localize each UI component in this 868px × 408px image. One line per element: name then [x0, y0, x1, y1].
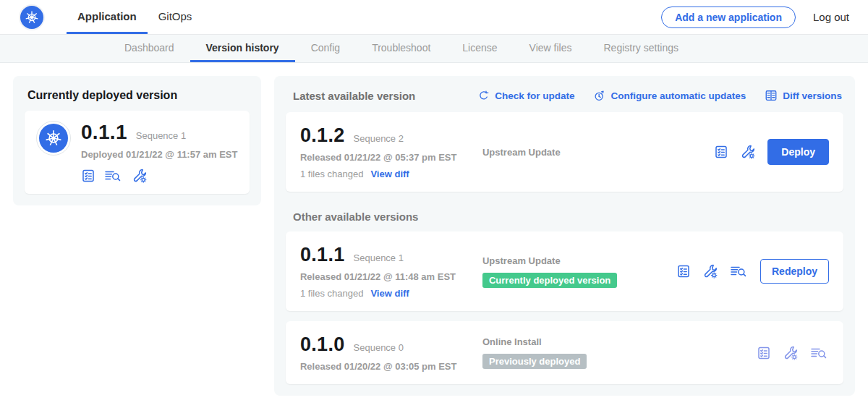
view-diff-link[interactable]: View diff	[370, 169, 409, 179]
version-number: 0.1.0	[300, 333, 345, 356]
files-changed-label: 1 files changed	[300, 169, 363, 179]
logs-icon[interactable]	[730, 264, 749, 279]
top-header: Application GitOps Add a new application…	[0, 0, 868, 35]
version-actions: Redeploy	[676, 259, 829, 284]
logs-icon[interactable]	[810, 346, 829, 360]
release-notes-icon[interactable]	[676, 264, 691, 279]
version-card-0-1-0: 0.1.0 Sequence 0 Released 01/20/22 @ 03:…	[286, 321, 843, 384]
version-info: 0.1.1 Sequence 1 Released 01/21/22 @ 11:…	[300, 244, 482, 299]
main-content: Currently deployed version	[0, 63, 868, 408]
config-icon[interactable]	[740, 144, 756, 160]
kubernetes-app-icon	[36, 121, 71, 156]
released-timestamp: Released 01/21/22 @ 05:37 pm EST	[300, 152, 482, 163]
version-card-0-1-1: 0.1.1 Sequence 1 Released 01/21/22 @ 11:…	[286, 231, 843, 311]
available-versions-panel: Latest available version Check for updat…	[274, 76, 855, 396]
kubernetes-logo-icon	[20, 6, 43, 29]
tab-application[interactable]: Application	[67, 0, 148, 34]
files-changed-label: 1 files changed	[300, 288, 363, 299]
tab-gitops[interactable]: GitOps	[148, 0, 203, 34]
deploy-button[interactable]: Deploy	[767, 139, 829, 165]
page: Application GitOps Add a new application…	[0, 0, 868, 408]
diff-icon	[765, 89, 778, 102]
deployed-timestamp: Deployed 01/21/22 @ 11:57 am EST	[81, 149, 237, 160]
available-panel-header: Latest available version Check for updat…	[293, 89, 842, 102]
check-for-update-link[interactable]: Check for update	[477, 90, 574, 102]
sequence-label: Sequence 2	[354, 133, 404, 144]
logs-icon[interactable]	[104, 169, 123, 183]
schedule-icon	[593, 90, 605, 102]
currently-deployed-panel: Currently deployed version	[13, 76, 261, 205]
subnav-tab-dashboard[interactable]: Dashboard	[109, 35, 190, 62]
config-icon[interactable]	[783, 345, 799, 361]
source-label: Online Install	[482, 336, 676, 347]
release-notes-icon[interactable]	[714, 145, 728, 159]
add-new-application-button[interactable]: Add a new application	[661, 7, 796, 28]
app-subnav: Dashboard Version history Config Trouble…	[0, 35, 868, 63]
subnav-tab-view-files[interactable]: View files	[514, 35, 588, 62]
version-card-0-1-2: 0.1.2 Sequence 2 Released 01/21/22 @ 05:…	[286, 112, 843, 192]
version-actions	[676, 345, 829, 361]
view-diff-link[interactable]: View diff	[370, 288, 409, 299]
sequence-label: Sequence 1	[354, 252, 404, 263]
latest-available-title: Latest available version	[293, 90, 415, 102]
config-icon[interactable]	[132, 168, 148, 184]
version-info: 0.1.0 Sequence 0 Released 01/20/22 @ 03:…	[300, 333, 482, 372]
subnav-tab-troubleshoot[interactable]: Troubleshoot	[356, 35, 446, 62]
source-label: Upstream Update	[482, 147, 676, 158]
subnav-tab-registry-settings[interactable]: Registry settings	[587, 35, 694, 62]
released-timestamp: Released 01/21/22 @ 11:48 am EST	[300, 271, 482, 282]
currently-deployed-badge: Currently deployed version	[482, 273, 617, 288]
app-logo	[20, 0, 43, 34]
version-source: Online Install Previously deployed	[482, 336, 676, 369]
previously-deployed-badge: Previously deployed	[482, 354, 587, 369]
header-right: Add a new application Log out	[661, 0, 868, 34]
release-notes-icon[interactable]	[81, 169, 95, 183]
diff-versions-link[interactable]: Diff versions	[765, 89, 842, 102]
sequence-label: Sequence 0	[354, 342, 404, 353]
release-notes-icon[interactable]	[757, 346, 771, 360]
redeploy-button[interactable]: Redeploy	[760, 259, 829, 284]
version-source: Upstream Update Currently deployed versi…	[482, 255, 676, 288]
subnav-tab-config[interactable]: Config	[295, 35, 356, 62]
deployed-version-info: 0.1.1 Sequence 1 Deployed 01/21/22 @ 11:…	[81, 121, 237, 184]
version-number: 0.1.2	[300, 124, 345, 147]
source-label: Upstream Update	[482, 255, 676, 266]
deployed-version-card: 0.1.1 Sequence 1 Deployed 01/21/22 @ 11:…	[25, 111, 250, 194]
configure-automatic-updates-link[interactable]: Configure automatic updates	[593, 90, 746, 102]
other-versions-title: Other available versions	[293, 211, 842, 223]
version-actions: Deploy	[676, 139, 829, 165]
version-number: 0.1.1	[300, 244, 345, 266]
version-info: 0.1.2 Sequence 2 Released 01/21/22 @ 05:…	[300, 124, 482, 179]
subnav-tab-version-history[interactable]: Version history	[190, 35, 295, 62]
released-timestamp: Released 01/20/22 @ 03:05 pm EST	[300, 361, 482, 372]
refresh-icon	[477, 90, 490, 102]
version-source: Upstream Update	[482, 147, 676, 158]
header-tabs: Application GitOps	[67, 0, 203, 34]
logout-button[interactable]: Log out	[813, 11, 849, 23]
subnav-tab-license[interactable]: License	[446, 35, 513, 62]
deployed-sequence-label: Sequence 1	[136, 130, 186, 141]
config-icon[interactable]	[702, 263, 718, 279]
currently-deployed-title: Currently deployed version	[27, 89, 250, 102]
panel-actions: Check for update Configure automatic upd…	[477, 89, 842, 102]
deployed-version-number: 0.1.1	[81, 121, 127, 144]
